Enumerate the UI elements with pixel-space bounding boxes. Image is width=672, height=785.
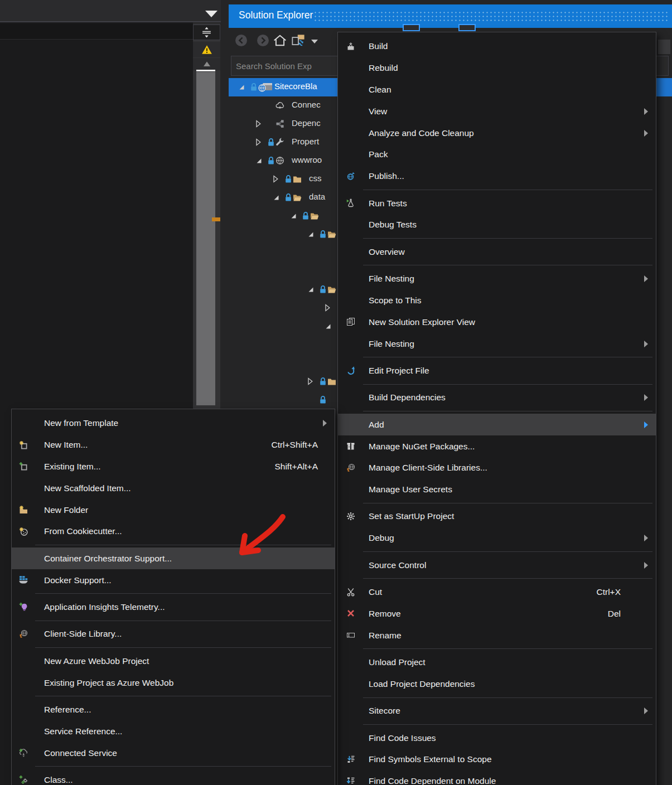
menu-item-build[interactable]: Build (338, 36, 656, 57)
menu-item-new-scaffolded-item[interactable]: New Scaffolded Item... (12, 477, 335, 499)
menu-item-rebuild[interactable]: Rebuild (338, 57, 656, 79)
menu-item-manage-user-secrets[interactable]: Manage User Secrets (338, 479, 656, 501)
submenu-arrow-icon (644, 275, 648, 282)
menu-item-view[interactable]: View (338, 100, 656, 122)
menu-item-load-project-dependencies[interactable]: Load Project Dependencies (338, 673, 656, 695)
menu-item-docker-support[interactable]: Docker Support... (12, 569, 335, 591)
menu-item-manage-nuget-packages[interactable]: Manage NuGet Packages... (338, 435, 656, 457)
menu-item-label: Service Reference... (44, 726, 122, 736)
folder-icon (293, 175, 302, 184)
submenu-arrow-icon (644, 130, 648, 137)
menu-item-new-azure-webjob-project[interactable]: New Azure WebJob Project (12, 650, 335, 672)
expander-expanded-icon[interactable] (255, 157, 263, 164)
menu-item-label: File Nesting (369, 274, 414, 284)
rename-icon (345, 630, 356, 641)
menu-item-label: Find Symbols External to Scope (369, 754, 492, 764)
menu-item-new-item[interactable]: New Item...Ctrl+Shift+A (12, 434, 335, 456)
menu-item-edit-project-file[interactable]: Edit Project File (338, 360, 656, 382)
split-window-handle[interactable] (193, 25, 220, 40)
expander-expanded-icon[interactable] (272, 193, 280, 201)
menu-item-overview[interactable]: Overview (338, 241, 656, 263)
menu-item-label: Find Code Issues (369, 733, 436, 743)
expander-expanded-icon[interactable] (324, 322, 332, 330)
menu-item-run-tests[interactable]: Run Tests (338, 192, 656, 214)
expander-expanded-icon[interactable] (307, 285, 315, 293)
menu-item-debug[interactable]: Debug (338, 527, 656, 549)
expander-collapsed-icon[interactable] (255, 120, 263, 128)
toolbar-toggle-fragment[interactable] (403, 24, 420, 31)
expander-expanded-icon[interactable] (307, 230, 315, 238)
menu-item-build-dependencies[interactable]: Build Dependencies (338, 387, 656, 409)
sync-dropdown-caret-icon[interactable] (311, 40, 318, 43)
menu-item-new-folder[interactable]: New Folder (12, 499, 335, 521)
menu-item-application-insights-telemetry[interactable]: Application Insights Telemetry... (12, 597, 335, 618)
menu-item-remove[interactable]: RemoveDel (338, 603, 656, 624)
run-tests-icon (345, 198, 356, 209)
splitter-icon (201, 26, 212, 38)
menu-item-label: Sitecore (369, 706, 400, 716)
menu-item-existing-project-as-azure-webjob[interactable]: Existing Project as Azure WebJob (12, 672, 335, 694)
toolbar-button-fragment[interactable] (658, 40, 670, 54)
menu-item-publish[interactable]: Publish... (338, 166, 656, 187)
menu-item-service-reference[interactable]: Service Reference... (12, 720, 335, 742)
menu-item-source-control[interactable]: Source Control (338, 554, 656, 576)
menu-item-label: Pack (369, 149, 388, 159)
menu-item-find-symbols-external-to-scope[interactable]: Find Symbols External to Scope (338, 749, 656, 771)
menu-item-debug-tests[interactable]: Debug Tests (338, 214, 656, 236)
home-button[interactable] (273, 34, 287, 47)
menu-item-client-side-library[interactable]: Client-Side Library... (12, 623, 335, 645)
editor-top-bar (0, 0, 221, 21)
forward-button[interactable] (257, 34, 269, 47)
menu-item-new-solution-explorer-view[interactable]: New Solution Explorer View (338, 311, 656, 333)
expander-collapsed-icon[interactable] (255, 138, 263, 146)
menu-item-reference[interactable]: Reference... (12, 699, 335, 721)
menu-item-rename[interactable]: Rename (338, 624, 656, 646)
menu-item-unload-project[interactable]: Unload Project (338, 652, 656, 673)
menu-item-analyze-and-code-cleanup[interactable]: Analyze and Code Cleanup (338, 122, 656, 144)
back-button[interactable] (235, 34, 248, 47)
menu-item-pack[interactable]: Pack (338, 144, 656, 166)
menu-item-from-cookiecutter[interactable]: From Cookiecutter... (12, 521, 335, 542)
expander-collapsed-icon[interactable] (272, 175, 280, 183)
menu-item-existing-item[interactable]: Existing Item...Shift+Alt+A (12, 456, 335, 478)
expander-collapsed-icon[interactable] (324, 304, 332, 312)
menu-item-sitecore[interactable]: Sitecore (338, 700, 656, 722)
menu-item-add[interactable]: Add (338, 414, 656, 435)
expander-expanded-icon[interactable] (238, 83, 245, 91)
cookiecutter-icon (18, 526, 29, 537)
menu-item-file-nesting[interactable]: File Nesting (338, 268, 656, 290)
menu-item-file-nesting[interactable]: File Nesting (338, 333, 656, 355)
menu-item-new-from-template[interactable]: New from Template (12, 413, 335, 434)
menu-item-clean[interactable]: Clean (338, 79, 656, 101)
menu-item-cut[interactable]: CutCtrl+X (338, 582, 656, 603)
menu-item-connected-service[interactable]: Connected Service (12, 742, 335, 764)
toolbar-toggle-fragment[interactable] (458, 24, 476, 31)
scrollbar-thumb[interactable] (196, 72, 215, 405)
menu-item-label: New Azure WebJob Project (44, 656, 149, 666)
menu-item-label: Docker Support... (44, 575, 112, 585)
submenu-arrow-icon (644, 708, 648, 714)
menu-separator (35, 621, 331, 621)
client-side-icon (345, 462, 356, 473)
menu-item-label: New Solution Explorer View (369, 317, 475, 327)
submenu-arrow-icon (644, 562, 648, 569)
menu-item-set-as-startup-project[interactable]: Set as StartUp Project (338, 506, 656, 527)
sync-with-active-document-button[interactable] (291, 34, 306, 47)
window-selector-caret-icon[interactable] (205, 11, 217, 17)
build-icon (345, 41, 356, 52)
warning-marker[interactable] (193, 42, 220, 57)
menu-item-find-code-dependent-on-module[interactable]: Find Code Dependent on Module (338, 771, 656, 785)
expander-expanded-icon[interactable] (289, 212, 297, 220)
expander-collapsed-icon[interactable] (307, 377, 315, 385)
panel-title-bar[interactable]: Solution Explorer (229, 4, 672, 28)
scroll-up-icon (202, 61, 211, 67)
menu-item-container-orchestrator-support[interactable]: Container Orchestrator Support... (12, 547, 335, 569)
scroll-up-button[interactable] (193, 58, 220, 70)
menu-item-class[interactable]: Class... (12, 769, 335, 785)
existing-item-icon (18, 461, 29, 472)
menu-item-find-code-issues[interactable]: Find Code Issues (338, 727, 656, 749)
menu-item-manage-client-side-libraries[interactable]: Manage Client-Side Libraries... (338, 457, 656, 479)
lock-icon (284, 175, 293, 184)
menu-item-scope-to-this[interactable]: Scope to This (338, 290, 656, 312)
modified-line-marker (212, 217, 220, 221)
